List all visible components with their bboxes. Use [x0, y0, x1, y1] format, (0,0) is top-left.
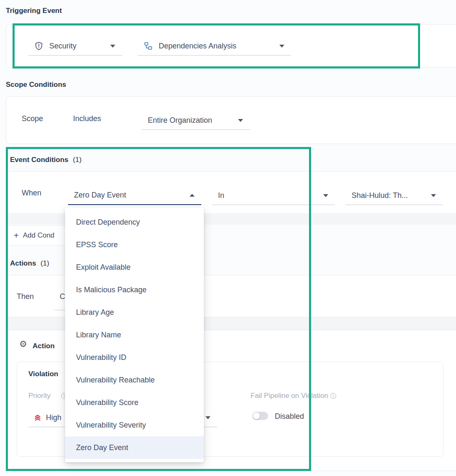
- info-icon: ⓘ: [330, 392, 337, 399]
- scope-value-dropdown[interactable]: Entire Organization: [142, 111, 250, 130]
- menu-item[interactable]: Library Age: [65, 301, 204, 324]
- when-label: When: [22, 189, 41, 197]
- menu-item[interactable]: Vulnerability Score: [65, 391, 204, 414]
- fail-pipeline-text: Fail Pipeline on Violation: [251, 392, 328, 400]
- violation-heading: Violation: [28, 370, 58, 378]
- shield-exclamation-icon: [34, 41, 43, 51]
- gear-icon: ⚙: [19, 339, 27, 349]
- event-type-dropdown[interactable]: Dependencies Analysis: [138, 37, 291, 56]
- menu-item[interactable]: Vulnerability ID: [65, 346, 204, 369]
- condition-operator-value: In: [218, 191, 224, 200]
- menu-item[interactable]: Direct Dependency: [65, 211, 204, 233]
- priority-label: Priority: [28, 392, 51, 400]
- fail-pipeline-label: Fail Pipeline on Violation ⓘ: [251, 392, 337, 400]
- chevron-up-icon: [190, 194, 195, 197]
- event-category-dropdown[interactable]: Security: [28, 37, 122, 56]
- policy-rule-editor: Triggering Event Security Dependencies A…: [0, 0, 456, 476]
- then-label: Then: [17, 292, 34, 301]
- actions-count: (1): [41, 259, 49, 267]
- scope-operator-label: Includes: [73, 114, 101, 123]
- chevron-down-icon: [279, 45, 284, 48]
- event-category-value: Security: [49, 42, 76, 51]
- actions-heading: Actions (1): [10, 259, 49, 268]
- chevron-down-icon: [110, 45, 115, 48]
- scope-conditions-heading: Scope Conditions: [6, 81, 66, 89]
- menu-item-selected[interactable]: Zero Day Event: [65, 436, 204, 459]
- condition-attribute-value: Zero Day Event: [74, 191, 126, 200]
- scope-value: Entire Organization: [148, 116, 212, 125]
- condition-value: Shai-Hulud: Th...: [352, 191, 408, 200]
- add-condition-label: Add Cond: [23, 231, 55, 240]
- chevron-down-icon: [205, 416, 210, 419]
- priority-value: High: [46, 413, 61, 422]
- menu-item[interactable]: Vulnerability Reachable: [65, 369, 204, 391]
- menu-item[interactable]: Vulnerability Severity: [65, 414, 204, 436]
- toggle-state-label: Disabled: [275, 412, 304, 421]
- event-conditions-heading: Event Conditions (1): [10, 156, 81, 164]
- toggle-knob: [253, 413, 260, 419]
- fail-pipeline-toggle[interactable]: [252, 412, 268, 420]
- chevron-down-icon: [238, 119, 243, 122]
- triggering-event-title: Triggering Event: [6, 7, 62, 15]
- menu-item[interactable]: Exploit Available: [65, 256, 204, 279]
- menu-item[interactable]: Is Malicious Package: [65, 279, 204, 301]
- actions-title: Actions: [10, 259, 36, 267]
- dependencies-icon: [144, 41, 153, 51]
- menu-item[interactable]: EPSS Score: [65, 233, 204, 256]
- condition-operator-dropdown[interactable]: In: [212, 186, 335, 205]
- condition-attribute-menu: Direct Dependency EPSS Score Exploit Ava…: [65, 208, 204, 462]
- scope-conditions-title: Scope Conditions: [6, 81, 66, 89]
- event-type-value: Dependencies Analysis: [159, 42, 236, 51]
- high-severity-icon: [34, 415, 41, 421]
- menu-item[interactable]: Library Name: [65, 324, 204, 346]
- event-conditions-count: (1): [73, 156, 82, 164]
- triggering-event-heading: Triggering Event: [6, 7, 62, 15]
- action-config-heading: Action: [33, 342, 55, 350]
- action-type-dropdown[interactable]: C: [60, 292, 65, 301]
- chevron-down-icon: [323, 194, 328, 197]
- condition-attribute-dropdown[interactable]: Zero Day Event: [68, 186, 201, 205]
- scope-label: Scope: [22, 114, 43, 123]
- plus-icon: +: [14, 231, 19, 240]
- event-conditions-title: Event Conditions: [10, 156, 68, 164]
- chevron-down-icon: [431, 194, 436, 197]
- condition-value-dropdown[interactable]: Shai-Hulud: Th...: [346, 186, 443, 205]
